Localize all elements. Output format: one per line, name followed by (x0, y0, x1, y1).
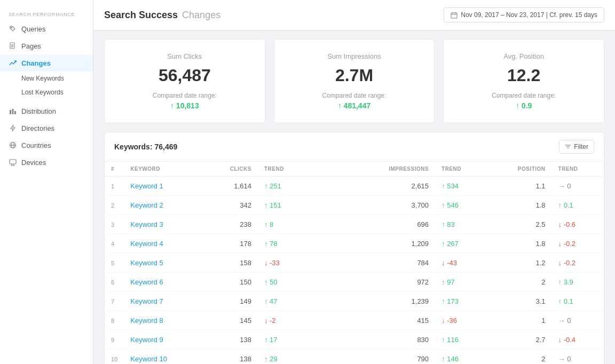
sidebar-sub-item-new-keywords[interactable]: New Keywords (0, 72, 93, 85)
metric-position-compare-value: ↑ 0.9 (456, 101, 591, 110)
cell-num: 6 (105, 273, 124, 292)
cell-keyword: Keyword 2 (124, 196, 203, 215)
metric-clicks-compare-value: ↑ 10,813 (117, 101, 252, 110)
lightning-icon (9, 124, 17, 132)
cell-position: 2.7 (487, 330, 551, 350)
keyword-link[interactable]: Keyword 8 (130, 316, 163, 325)
cell-position: 1 (487, 311, 551, 330)
app-name: Search Success (104, 10, 178, 21)
cell-keyword: Keyword 4 (124, 234, 203, 254)
keyword-link[interactable]: Keyword 6 (130, 278, 163, 286)
cell-clicks: 138 (203, 350, 258, 365)
keyword-link[interactable]: Keyword 10 (130, 355, 167, 363)
sidebar-item-countries[interactable]: Countries (0, 137, 93, 154)
header-title-group: Search Success Changes (104, 10, 220, 21)
sidebar-item-distribution[interactable]: Distribution (0, 102, 93, 120)
impressions-trend-value: ↑ 83 (441, 220, 455, 228)
table-row: 9 Keyword 9 138 ↑ 17 830 ↑ 116 2.7 ↓ -0.… (105, 330, 604, 350)
sidebar-item-pages[interactable]: Pages (0, 37, 93, 54)
cell-impressions-trend: ↑ 546 (435, 196, 487, 215)
keyword-link[interactable]: Keyword 1 (130, 182, 163, 190)
sidebar-item-devices[interactable]: Devices (0, 154, 93, 171)
clicks-trend-value: ↑ 251 (264, 182, 281, 190)
position-trend-value: ↑ 0.1 (558, 297, 573, 305)
svg-rect-15 (451, 13, 457, 18)
cell-impressions: 790 (310, 350, 435, 365)
cell-clicks-trend: ↑ 17 (258, 330, 310, 350)
keyword-link[interactable]: Keyword 4 (130, 240, 163, 248)
col-position: POSITION (487, 162, 551, 177)
trend-icon (9, 59, 17, 67)
cell-impressions: 415 (310, 311, 435, 330)
cell-keyword: Keyword 1 (124, 177, 203, 196)
clicks-trend-value: ↑ 78 (264, 240, 278, 248)
metric-clicks-value: 56,487 (117, 66, 252, 85)
cell-keyword: Keyword 6 (124, 273, 203, 292)
metric-cards: Sum Clicks 56,487 Compared date range: ↑… (104, 39, 604, 123)
metric-impressions-value: 2.7M (287, 66, 422, 85)
clicks-trend-value: ↓ -33 (264, 259, 280, 267)
cell-clicks: 150 (203, 273, 258, 292)
cell-keyword: Keyword 3 (124, 215, 203, 234)
page-name: Changes (182, 10, 220, 21)
position-trend-value: ↑ 0.1 (558, 201, 573, 209)
filter-button[interactable]: Filter (559, 140, 594, 154)
sidebar-item-queries[interactable]: Queries (0, 20, 93, 37)
cell-position: 1.8 (487, 234, 551, 254)
sidebar-section-label: SEARCH PERFORMANCE (0, 5, 93, 20)
keyword-link[interactable]: Keyword 5 (130, 259, 163, 267)
cell-position-trend: ↑ 0.1 (552, 292, 604, 311)
impressions-trend-value: ↓ -43 (441, 259, 457, 267)
sidebar-item-directories[interactable]: Directories (0, 120, 93, 137)
cell-position-trend: ↑ 3.9 (552, 273, 604, 292)
cell-position-trend: ↓ -0.4 (552, 330, 604, 350)
position-trend-value: ↑ 3.9 (558, 278, 573, 286)
svg-rect-6 (14, 111, 16, 114)
col-impressions-trend: TREND (435, 162, 487, 177)
col-clicks: CLICKS (203, 162, 258, 177)
cell-impressions-trend: ↓ -36 (435, 311, 487, 330)
col-position-trend: TREND (552, 162, 604, 177)
impressions-trend-value: ↑ 116 (441, 336, 459, 344)
table-row: 10 Keyword 10 138 ↑ 29 790 ↑ 146 2 → 0 (105, 350, 604, 365)
metric-card-clicks: Sum Clicks 56,487 Compared date range: ↑… (104, 39, 265, 123)
cell-impressions-trend: ↑ 97 (435, 273, 487, 292)
cell-position-trend: ↓ -0.6 (552, 215, 604, 234)
table-header-bar: Keywords: 76,469 Filter (105, 132, 604, 162)
cell-impressions-trend: ↑ 116 (435, 330, 487, 350)
col-num: # (105, 162, 124, 177)
metric-position-label: Avg. Position (456, 52, 591, 60)
cell-impressions: 696 (310, 215, 435, 234)
cell-impressions-trend: ↑ 267 (435, 234, 487, 254)
cell-clicks: 178 (203, 234, 258, 254)
date-range-label: Nov 09, 2017 – Nov 23, 2017 | Cf. prev. … (461, 11, 597, 19)
sidebar-item-changes[interactable]: Changes (0, 54, 93, 72)
metric-position-value: 12.2 (456, 66, 591, 85)
cell-clicks-trend: ↑ 251 (258, 177, 310, 196)
date-range-button[interactable]: Nov 09, 2017 – Nov 23, 2017 | Cf. prev. … (444, 7, 604, 22)
table-row: 8 Keyword 8 145 ↓ -2 415 ↓ -36 1 → 0 (105, 311, 604, 330)
cell-clicks-trend: ↓ -33 (258, 254, 310, 273)
cell-position: 3.1 (487, 292, 551, 311)
sidebar-item-queries-label: Queries (21, 25, 46, 33)
cell-impressions-trend: ↑ 146 (435, 350, 487, 365)
keyword-link[interactable]: Keyword 7 (130, 297, 163, 305)
clicks-trend-value: ↑ 50 (264, 278, 278, 286)
keyword-link[interactable]: Keyword 3 (130, 220, 163, 228)
filter-icon (565, 144, 571, 150)
cell-impressions: 784 (310, 254, 435, 273)
sidebar-sub-item-lost-keywords[interactable]: Lost Keywords (0, 85, 93, 99)
impressions-trend-value: ↑ 146 (441, 355, 459, 363)
monitor-icon (9, 158, 17, 167)
position-trend-value: → 0 (558, 355, 571, 363)
sidebar-item-distribution-label: Distribution (21, 107, 56, 115)
metric-impressions-compare-value: ↑ 481,447 (287, 101, 422, 110)
keywords-table-section: Keywords: 76,469 Filter # (104, 132, 604, 364)
keyword-link[interactable]: Keyword 9 (130, 336, 163, 344)
sidebar: SEARCH PERFORMANCE Queries Pages (0, 0, 93, 364)
position-trend-value: → 0 (558, 182, 571, 190)
sidebar-item-pages-label: Pages (21, 42, 41, 50)
keywords-count: Keywords: 76,469 (114, 143, 177, 151)
position-trend-value: ↓ -0.2 (558, 259, 576, 267)
keyword-link[interactable]: Keyword 2 (130, 201, 163, 209)
